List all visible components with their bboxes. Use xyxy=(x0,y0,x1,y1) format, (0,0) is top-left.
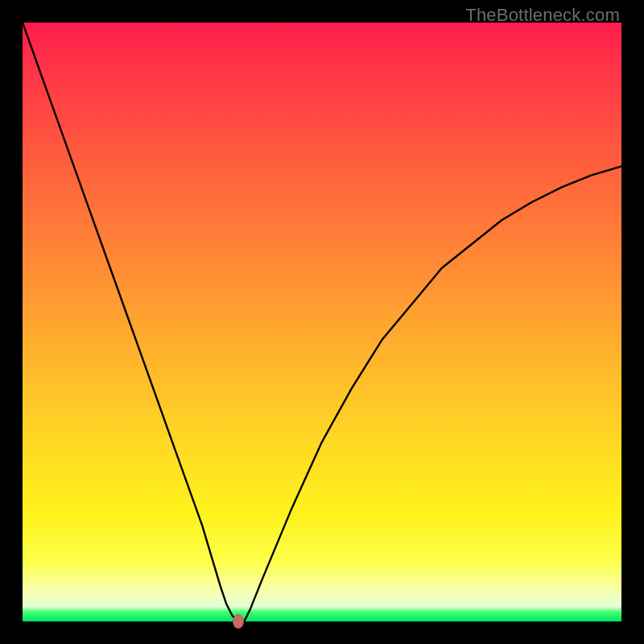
plot-area xyxy=(23,23,621,621)
chart-frame: TheBottleneck.com xyxy=(0,0,644,644)
bottleneck-curve xyxy=(23,23,621,621)
curve-line xyxy=(23,23,621,621)
min-point-marker xyxy=(233,614,244,629)
